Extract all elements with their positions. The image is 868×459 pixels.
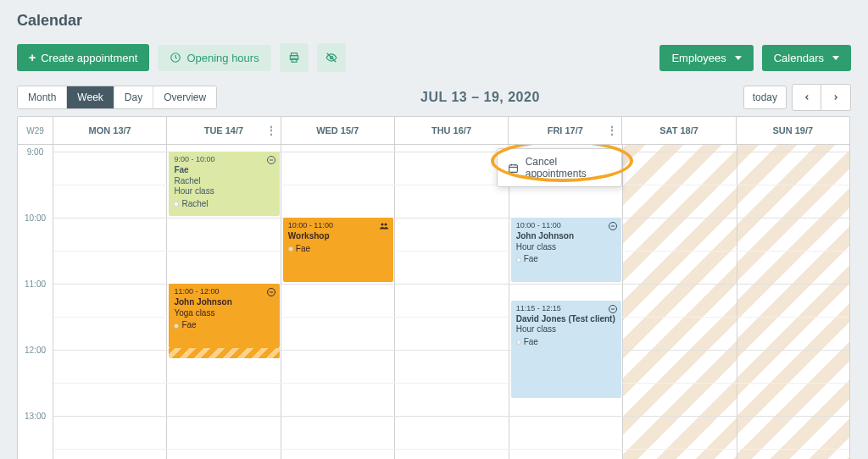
calendar-event[interactable]: 10:00 - 11:00WorkshopFae <box>283 218 393 282</box>
day-header: SAT 18/7 <box>622 117 736 144</box>
time-column: 9:0010:0011:0012:0013:00 <box>18 145 53 459</box>
remove-icon <box>608 304 618 314</box>
cancel-appointments-label: Cancel appointments <box>526 156 611 180</box>
visibility-button[interactable] <box>317 43 346 72</box>
people-icon <box>378 221 390 231</box>
event-subtitle: Hour class <box>174 186 274 197</box>
nav-arrows <box>792 84 851 111</box>
day-menu-icon[interactable]: ⋮ <box>265 124 277 136</box>
event-time: 9:00 - 10:00 <box>174 155 274 164</box>
plus-icon: + <box>29 51 36 64</box>
page-title: Calendar <box>17 12 851 30</box>
event-staff: Fae <box>516 254 616 265</box>
opening-hours-button[interactable]: Opening hours <box>158 45 270 71</box>
print-icon <box>288 52 300 64</box>
week-number: W29 <box>18 117 53 144</box>
calendar-header: W29 MON 13/7TUE 14/7⋮WED 15/7THU 16/7FRI… <box>18 117 849 145</box>
sub-toolbar: Month Week Day Overview JUL 13 – 19, 202… <box>17 84 851 111</box>
calendar-event[interactable]: 9:00 - 10:00FaeRachelHour classRachel <box>169 152 279 216</box>
event-subtitle: Yoga class <box>174 308 274 319</box>
calendar-event[interactable]: 11:15 - 12:15David Jones (Test client)Ho… <box>511 301 621 398</box>
event-title: John Johnson <box>174 297 274 308</box>
day-column[interactable] <box>737 145 849 459</box>
calendar: W29 MON 13/7TUE 14/7⋮WED 15/7THU 16/7FRI… <box>17 116 850 459</box>
calendar-grid[interactable]: 9:00 - 10:00FaeRachelHour classRachel11:… <box>53 145 849 459</box>
event-staff: Fae <box>174 320 274 331</box>
clock-icon <box>170 52 181 64</box>
employees-label: Employees <box>671 52 726 64</box>
create-appointment-label: Create appointment <box>41 52 137 64</box>
calendar-event[interactable]: 11:00 - 12:00John JohnsonYoga classFae <box>169 284 279 348</box>
event-staff: Fae <box>288 244 388 255</box>
event-subtitle: Hour class <box>516 242 616 253</box>
calendar-icon <box>508 163 519 174</box>
remove-icon <box>266 287 276 297</box>
day-header: THU 16/7 <box>395 117 509 144</box>
event-time: 11:00 - 12:00 <box>174 287 274 296</box>
event-time: 11:15 - 12:15 <box>516 304 616 313</box>
eye-off-icon <box>326 52 337 64</box>
event-title: John Johnson <box>516 231 616 242</box>
event-title: David Jones (Test client) <box>516 314 616 325</box>
calendars-label: Calendars <box>774 52 824 64</box>
today-button[interactable]: today <box>743 86 787 109</box>
day-column[interactable] <box>281 145 395 459</box>
employees-dropdown[interactable]: Employees <box>659 45 753 71</box>
svg-rect-16 <box>509 164 517 172</box>
toolbar: + Create appointment Opening hours Emplo… <box>17 43 851 72</box>
day-header: TUE 14/7⋮ <box>167 117 281 144</box>
tab-month[interactable]: Month <box>18 86 67 108</box>
opening-hours-label: Opening hours <box>186 52 259 64</box>
calendars-dropdown[interactable]: Calendars <box>762 45 851 71</box>
time-label: 9:00 <box>18 147 53 157</box>
create-appointment-button[interactable]: + Create appointment <box>17 44 149 71</box>
time-label: 11:00 <box>18 279 53 289</box>
event-staff: Fae <box>516 337 616 348</box>
remove-icon <box>266 155 276 165</box>
calendar-event[interactable]: 10:00 - 11:00John JohnsonHour classFae <box>511 218 621 282</box>
tab-overview[interactable]: Overview <box>153 86 216 108</box>
day-column[interactable] <box>623 145 737 459</box>
event-subtitle: Hour class <box>516 324 616 335</box>
calendar-body: 9:0010:0011:0012:0013:00 9:00 - 10:00Fae… <box>18 145 849 459</box>
chevron-down-icon <box>832 56 839 60</box>
day-header: SUN 19/7 <box>737 117 849 144</box>
day-header: MON 13/7 <box>53 117 167 144</box>
day-header: FRI 17/7⋮ <box>509 117 622 144</box>
date-range-title: JUL 13 – 19, 2020 <box>217 90 743 105</box>
tab-week[interactable]: Week <box>67 86 114 108</box>
day-column[interactable] <box>395 145 509 459</box>
day-menu-icon[interactable]: ⋮ <box>606 124 618 136</box>
time-label: 12:00 <box>18 346 53 355</box>
svg-point-10 <box>381 224 384 226</box>
view-tabs: Month Week Day Overview <box>17 86 217 109</box>
remove-icon <box>608 221 618 231</box>
cancel-appointments-menu[interactable]: Cancel appointments <box>497 148 622 187</box>
event-subtitle: Rachel <box>174 176 274 187</box>
time-label: 10:00 <box>18 213 53 223</box>
next-button[interactable] <box>821 85 850 110</box>
tab-day[interactable]: Day <box>114 86 153 108</box>
event-title: Fae <box>174 165 274 176</box>
prev-button[interactable] <box>793 85 821 110</box>
event-title: Workshop <box>288 231 388 242</box>
event-staff: Rachel <box>174 199 274 210</box>
time-label: 13:00 <box>18 412 53 421</box>
event-time: 10:00 - 11:00 <box>516 221 616 230</box>
day-column[interactable] <box>53 145 167 459</box>
svg-point-11 <box>385 224 387 226</box>
chevron-down-icon <box>735 56 742 60</box>
event-time: 10:00 - 11:00 <box>288 221 388 230</box>
day-header: WED 15/7 <box>281 117 395 144</box>
print-button[interactable] <box>280 43 309 72</box>
